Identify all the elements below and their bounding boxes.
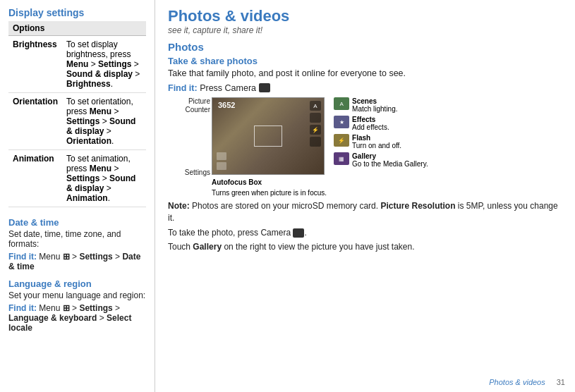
autofocus-title: Autofocus Box [212,178,262,186]
autofocus-desc: Turns green when picture is in focus. [212,189,327,197]
find-it-desc: Press Camera [200,83,258,93]
footer-section: Photos & videos [489,378,545,386]
take-photo-note: To take the photo, press Camera . [168,227,562,239]
option-term-1: Orientation [8,93,62,150]
rsl-item-0: AScenesMatch lighting. [334,97,428,113]
page-subtitle: see it, capture it, share it! [168,25,562,35]
page-number-bar: Photos & videos 31 [489,378,565,386]
autofocus-area: Autofocus Box Turns green when picture i… [212,176,327,197]
page-title: Photos & videos [168,7,562,25]
find-it-label: Find it: [168,83,198,93]
option-desc-0: To set display brightness, press Menu > … [62,36,146,93]
take-body: Take that family photo, and post it onli… [168,68,562,80]
rsl-icon-2: ⚡ [334,134,349,147]
note-text: Note: Photos are stored on your microSD … [168,200,562,224]
rsl-item-3: ▦GalleryGo to the Media Gallery. [334,152,428,168]
left-column: Display settings Options BrightnessTo se… [0,0,155,392]
screen-right-icons: A ⚡ [310,101,321,147]
right-column: Photos & videos see it, capture it, shar… [155,0,575,392]
find-it-right: Find it: Press Camera [168,83,562,93]
screen-icons [217,152,226,170]
photos-heading: Photos [168,41,562,53]
language-region-heading: Language & region [8,278,146,289]
diagram-left-labels: PictureCounter Settings [168,97,210,176]
date-time-heading: Date & time [8,217,146,228]
option-desc-2: To set animation, press Menu > Settings … [62,150,146,207]
date-time-body: Set date, time, time zone, and formats: [8,229,146,249]
note-body: Photos are stored on your microSD memory… [168,201,558,223]
counter-value: 3652 [218,101,235,109]
option-desc-1: To set orientation, press Menu > Setting… [62,93,146,150]
display-settings-title: Display settings [8,7,146,18]
camera-icon-inline [259,83,270,92]
footer-page-number: 31 [557,378,565,386]
gallery-note: Touch Gallery on the right to view the p… [168,241,562,253]
camera-screen: 3652 A ⚡ [212,97,325,175]
picture-counter-label: PictureCounter [185,97,210,114]
rsl-item-2: ⚡FlashTurn on and off. [334,134,428,149]
note-label: Note: [168,201,190,211]
rsl-icon-1: ★ [334,116,349,128]
focus-box [254,125,282,147]
camera-screen-wrapper: 3652 A ⚡ Autofocus Box Turns green when … [212,97,327,197]
date-time-find: Find it: Menu ⊞ > Settings > Date & time [8,252,146,271]
options-header: Options [8,21,146,36]
diagram-right-labels: AScenesMatch lighting.★EffectsAdd effect… [334,97,428,169]
rsl-icon-0: A [334,97,349,110]
take-share-heading: Take & share photos [168,56,562,66]
language-find: Find it: Menu ⊞ > Settings > Language & … [8,303,146,333]
settings-label: Settings [185,169,210,176]
rsl-item-1: ★EffectsAdd effects. [334,116,428,131]
rsl-icon-3: ▦ [334,152,349,165]
option-term-2: Animation [8,150,62,207]
camera-icon-note [293,228,304,238]
language-body: Set your menu language and region: [8,290,146,300]
options-table: Options BrightnessTo set display brightn… [8,21,146,207]
camera-diagram: PictureCounter Settings 3652 A ⚡ [168,97,562,197]
option-term-0: Brightness [8,36,62,93]
